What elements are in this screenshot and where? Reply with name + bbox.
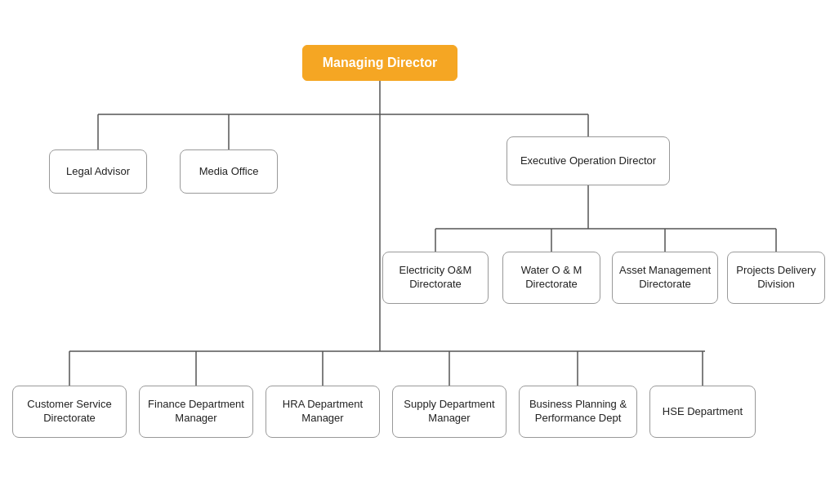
exec-op-director-node: Executive Operation Director (507, 136, 670, 185)
org-chart: Managing Director Legal Advisor Media Of… (0, 0, 839, 504)
business-planning-node: Business Planning & Performance Dept (519, 386, 637, 438)
customer-service-node: Customer Service Directorate (12, 386, 127, 438)
finance-dept-node: Finance Department Manager (139, 386, 253, 438)
asset-mgmt-node: Asset Management Directorate (612, 252, 718, 304)
legal-advisor-node: Legal Advisor (49, 149, 147, 194)
managing-director-node: Managing Director (302, 45, 457, 81)
supply-dept-node: Supply Department Manager (392, 386, 507, 438)
electricity-om-node: Electricity O&M Directorate (382, 252, 489, 304)
hra-dept-node: HRA Department Manager (266, 386, 380, 438)
projects-delivery-node: Projects Delivery Division (727, 252, 825, 304)
media-office-node: Media Office (180, 149, 278, 194)
hse-dept-node: HSE Department (649, 386, 756, 438)
water-om-node: Water O & M Directorate (502, 252, 600, 304)
